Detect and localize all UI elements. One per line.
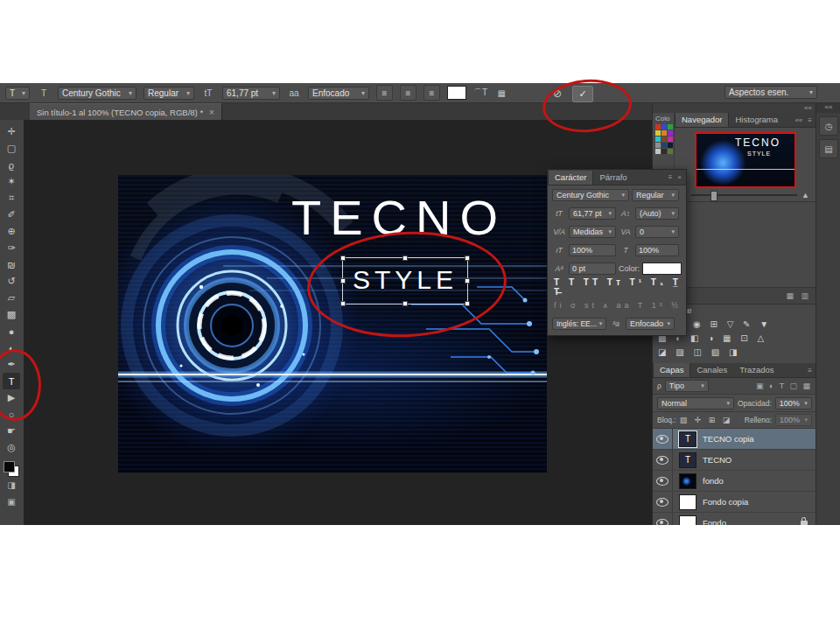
align-left-button[interactable]: ≡	[376, 85, 393, 101]
foreground-background-swatches[interactable]	[4, 461, 19, 477]
lasso-tool[interactable]: ϱ	[3, 157, 20, 173]
clone-stamp-tool[interactable]: ₪	[3, 256, 20, 273]
visibility-eye-icon[interactable]	[653, 492, 673, 512]
white-layer-thumbnail[interactable]	[679, 494, 696, 510]
tab-paragraph[interactable]: Párrafo	[593, 171, 633, 185]
align-right-button[interactable]: ≡	[424, 85, 440, 101]
char-size-select[interactable]: 61,77 pt	[569, 207, 616, 220]
tool-preset-picker[interactable]: T	[37, 86, 51, 100]
blend-mode-select[interactable]: Normal	[657, 397, 734, 410]
anti-alias-select[interactable]: Enfocado	[308, 87, 369, 100]
layer-lock-icon	[801, 521, 808, 526]
font-size-select[interactable]: 61,77 pt	[222, 87, 280, 100]
tab-histogram[interactable]: Histograma	[729, 113, 784, 127]
brush-tool[interactable]: ✑	[3, 240, 20, 256]
history-panel-icon[interactable]: ◷	[819, 116, 838, 136]
char-leading-select[interactable]: (Auto)	[635, 207, 679, 220]
white-layer-thumbnail[interactable]	[679, 515, 696, 526]
document-canvas[interactable]: TECNO STYLE	[118, 175, 547, 472]
anti-alias-icon: aa	[287, 86, 301, 100]
char-font-family-select[interactable]: Century Gothic	[552, 189, 629, 201]
zoom-slider-knob[interactable]	[710, 191, 718, 201]
toggle-panels-icon[interactable]: ▦	[494, 86, 508, 100]
layer-name[interactable]: fondo	[703, 476, 724, 486]
char-baseline-field[interactable]: 0 pt	[569, 262, 616, 275]
visibility-eye-icon[interactable]	[653, 450, 673, 470]
quick-selection-tool[interactable]: ✶	[3, 173, 20, 190]
visibility-eye-icon[interactable]	[653, 471, 673, 491]
tab-character[interactable]: Carácter	[548, 171, 593, 185]
close-document-icon[interactable]: ×	[209, 108, 214, 117]
zoom-in-icon[interactable]: ▲	[802, 191, 809, 200]
crop-tool[interactable]: ⌗	[3, 190, 20, 206]
rectangular-marquee-tool[interactable]: ▢	[3, 140, 20, 157]
hand-tool[interactable]: ☛	[3, 423, 20, 439]
char-style-buttons[interactable]: T T TT Tᴛ T¹ T₁ T̲ T̶	[552, 277, 682, 297]
opacity-select[interactable]: 100%	[775, 397, 812, 410]
layer-row-fondo-image[interactable]: fondo	[653, 471, 816, 492]
fill-select[interactable]: 100%	[775, 414, 812, 426]
collapse-panels-icon[interactable]: ««	[804, 104, 812, 112]
layer-filter-kind-select[interactable]: Tipo	[665, 380, 709, 392]
eyedropper-tool[interactable]: ✐	[3, 206, 20, 223]
text-layer-thumbnail[interactable]: T	[679, 431, 696, 447]
zoom-tool[interactable]: ◎	[3, 439, 20, 456]
layer-row-tecno[interactable]: T TECNO	[653, 450, 816, 471]
move-tool[interactable]: ✛	[3, 123, 20, 140]
char-opentype-buttons[interactable]: fi σ st ᴀ aa T 1ˢ ½	[552, 301, 682, 310]
tab-channels[interactable]: Canales	[690, 363, 733, 377]
visibility-eye-icon[interactable]	[653, 513, 673, 525]
font-style-select[interactable]: Regular	[144, 87, 194, 100]
char-language-select[interactable]: Inglés: EE...	[552, 318, 606, 330]
char-kerning-select[interactable]: Medidas	[569, 226, 616, 238]
layer-row-fondo[interactable]: Fondo	[653, 513, 816, 525]
align-center-button[interactable]: ≡	[400, 85, 416, 101]
layer-name[interactable]: TECNO copia	[703, 434, 754, 444]
layer-name[interactable]: Fondo copia	[703, 497, 748, 507]
text-layer-thumbnail[interactable]: T	[679, 452, 696, 468]
panel-collapse-icon[interactable]: ««	[794, 116, 802, 124]
layer-row-tecno-copia[interactable]: T TECNO copia	[653, 429, 816, 450]
screen-mode-icon[interactable]: ▣	[3, 494, 20, 510]
layer-row-fondo-copia[interactable]: Fondo copia	[653, 492, 816, 513]
document-tab[interactable]: Sin título-1 al 100% (TECNO copia, RGB/8…	[30, 103, 222, 120]
tab-layers[interactable]: Capas	[653, 363, 690, 377]
char-vertical-scale-field[interactable]: 100%	[569, 244, 616, 256]
warp-text-icon[interactable]: ⌒T	[473, 86, 487, 100]
properties-panel-icon[interactable]: ▤	[819, 139, 838, 158]
blur-tool[interactable]: ●	[3, 323, 20, 340]
styles-panel-icons[interactable]: ▦ ▥	[786, 291, 811, 300]
healing-brush-tool[interactable]: ⊕	[3, 223, 20, 240]
navigator-zoom-slider[interactable]: ▲ ▲	[675, 188, 816, 200]
image-layer-thumbnail[interactable]	[679, 473, 696, 489]
current-tool-icon[interactable]: T	[5, 87, 30, 100]
layer-name[interactable]: TECNO	[703, 455, 732, 465]
tab-navigator[interactable]: Navegador	[675, 113, 729, 127]
panel-menu-icon[interactable]: ≡	[808, 116, 812, 124]
layer-name[interactable]: Fondo	[703, 518, 726, 525]
char-anti-alias-select[interactable]: Enfocado	[626, 318, 675, 330]
font-family-select[interactable]: Century Gothic	[58, 87, 136, 100]
visibility-eye-icon[interactable]	[653, 429, 673, 449]
navigator-proxy-preview[interactable]: TECNO STYLE	[695, 132, 796, 188]
lock-option-icons[interactable]: ▨ ✛ ⊞ ◪	[680, 416, 733, 424]
layers-panel-menu-icon[interactable]: ≡	[808, 367, 812, 374]
close-panel-icon[interactable]: ×	[677, 173, 682, 181]
gradient-tool[interactable]: ▩	[3, 306, 20, 323]
char-color-swatch[interactable]	[642, 262, 682, 275]
swatch-grid[interactable]	[655, 124, 672, 154]
tab-paths[interactable]: Trazados	[733, 363, 780, 377]
history-brush-tool[interactable]: ↺	[3, 273, 20, 290]
panel-menu-icon[interactable]: ≡	[668, 173, 673, 181]
quick-mask-icon[interactable]: ◨	[3, 477, 20, 494]
layer-filter-type-icons[interactable]: ▣ ◐ T ▢ ▦	[756, 382, 812, 390]
char-font-style-select[interactable]: Regular	[632, 189, 679, 201]
char-horizontal-scale-field[interactable]: 100%	[635, 244, 679, 256]
workspace-switcher[interactable]: Aspectos esen.	[724, 86, 817, 99]
expand-panels-icon[interactable]: ««	[816, 103, 840, 113]
eraser-tool[interactable]: ▱	[3, 290, 20, 306]
adjustment-icons-row[interactable]: ◪ ▨ ◫ ▧ ◨	[658, 346, 816, 360]
char-tracking-select[interactable]: 0	[635, 226, 679, 238]
opacity-label: Opacidad:	[738, 399, 772, 408]
text-color-swatch[interactable]	[447, 86, 466, 100]
